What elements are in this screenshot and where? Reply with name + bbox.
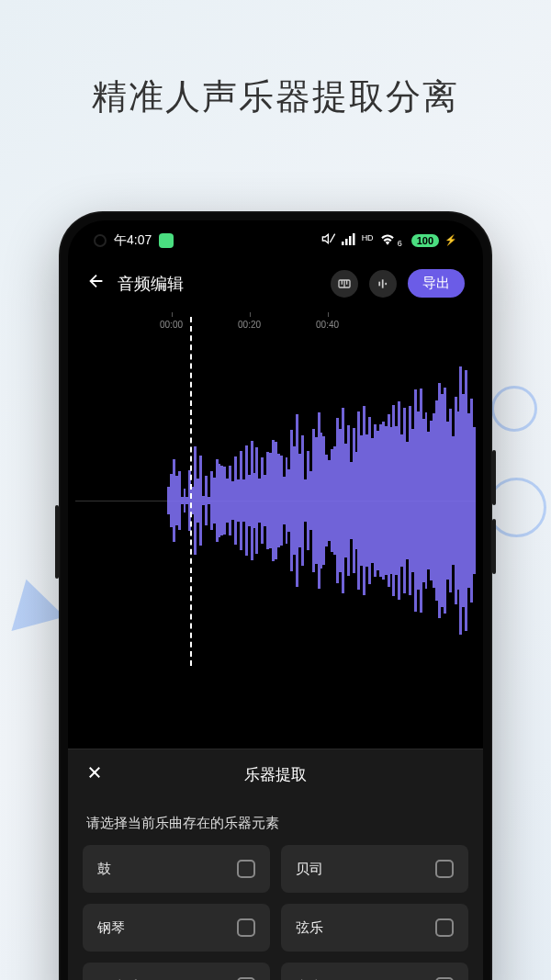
waveform xyxy=(167,344,476,657)
marketing-title: 精准人声乐器提取分离 xyxy=(0,0,551,157)
timeline-tick: 00:00 xyxy=(160,320,183,330)
battery-indicator: 100 xyxy=(411,234,439,247)
instrument-label: 弦乐 xyxy=(296,919,323,937)
checkbox[interactable] xyxy=(237,860,255,878)
instrument-label: 贝司 xyxy=(296,861,323,878)
app-header: 音频编辑 导出 xyxy=(68,256,483,310)
sheet-subtitle: 请选择当前乐曲存在的乐器元素 xyxy=(68,800,483,845)
camera-hole xyxy=(94,234,107,247)
waveform-area[interactable] xyxy=(75,344,476,657)
svg-rect-3 xyxy=(349,236,352,245)
svg-rect-10 xyxy=(382,279,384,287)
hd-label: HD xyxy=(362,233,374,242)
equalizer-icon[interactable] xyxy=(369,270,397,298)
status-time: 午4:07 xyxy=(114,232,152,249)
wifi-sub: 6 xyxy=(398,239,402,248)
piano-icon[interactable] xyxy=(331,270,358,298)
wave-bar xyxy=(473,427,476,575)
mute-icon xyxy=(321,231,336,249)
instrument-label: 鼓 xyxy=(97,861,111,878)
phone-side-button xyxy=(492,519,496,574)
phone-side-button xyxy=(492,450,496,505)
instrument-option[interactable]: 管弦乐 xyxy=(83,963,270,980)
page-title: 音频编辑 xyxy=(118,273,320,295)
checkbox[interactable] xyxy=(435,918,454,937)
timeline-tick: 00:20 xyxy=(238,320,261,330)
export-button[interactable]: 导出 xyxy=(408,269,465,298)
checkbox[interactable] xyxy=(237,918,255,937)
back-button[interactable] xyxy=(86,271,107,297)
instrument-option[interactable]: 贝司 xyxy=(281,845,468,893)
phone-frame: 午4:07 HD 6 100 ⚡ xyxy=(59,211,492,980)
signal-icon xyxy=(342,232,356,248)
timeline-tick: 00:40 xyxy=(316,320,339,330)
timeline: 00:00 00:20 00:40 xyxy=(68,310,483,335)
instrument-option[interactable]: 电吉他 xyxy=(281,963,468,980)
svg-rect-9 xyxy=(378,281,380,286)
close-button[interactable] xyxy=(86,764,114,785)
instrument-option[interactable]: 弦乐 xyxy=(281,904,468,952)
sheet-title: 乐器提取 xyxy=(114,764,465,785)
checkbox[interactable] xyxy=(435,860,454,878)
instrument-option[interactable]: 鼓 xyxy=(83,845,270,893)
svg-rect-11 xyxy=(385,282,387,284)
instrument-option[interactable]: 钢琴 xyxy=(83,904,270,952)
playhead[interactable] xyxy=(190,317,192,666)
bg-decoration xyxy=(0,572,64,631)
phone-side-button xyxy=(55,505,59,579)
instrument-sheet: 乐器提取 请选择当前乐曲存在的乐器元素 鼓贝司钢琴弦乐管弦乐电吉他 xyxy=(68,749,483,980)
svg-rect-1 xyxy=(342,242,344,245)
charging-icon: ⚡ xyxy=(444,234,457,246)
screen: 午4:07 HD 6 100 ⚡ xyxy=(68,220,483,980)
svg-rect-4 xyxy=(353,233,355,245)
bg-decoration xyxy=(491,386,537,432)
svg-rect-2 xyxy=(345,239,348,245)
svg-line-0 xyxy=(330,234,334,242)
status-bar: 午4:07 HD 6 100 ⚡ xyxy=(68,220,483,256)
instrument-label: 钢琴 xyxy=(97,919,125,937)
status-app-icon xyxy=(159,233,174,248)
wifi-icon xyxy=(379,232,396,248)
